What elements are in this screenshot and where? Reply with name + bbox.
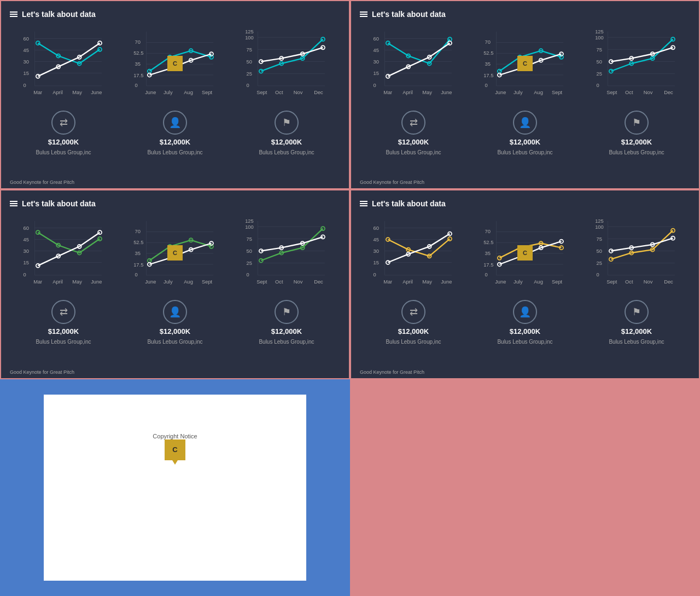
svg-text:Oct: Oct: [275, 279, 283, 285]
svg-text:0: 0: [485, 272, 488, 277]
chart-1a: 0 15 30 45 60 Mar April May June: [10, 25, 117, 102]
svg-point-155: [36, 230, 40, 234]
chart-1c: 0 25 50 75 100 125 Sept Oct Nov Dec: [233, 25, 340, 102]
svg-text:0: 0: [135, 83, 138, 88]
svg-text:0: 0: [247, 272, 249, 277]
svg-text:April: April: [52, 90, 63, 95]
card-footer-4: Good Keynote for Great Pitch: [360, 369, 424, 375]
charts-row-2: 0 15 30 45 60 Mar April May June: [360, 25, 690, 102]
metric-value-1b: $12,000K: [160, 138, 190, 146]
svg-point-15: [36, 41, 40, 45]
svg-text:Dec: Dec: [314, 279, 323, 285]
svg-text:Nov: Nov: [644, 279, 653, 285]
metric-1-flag: ⚑ $12,000K Bulus Lebus Group,inc: [233, 111, 340, 155]
svg-text:35: 35: [135, 61, 141, 67]
svg-text:April: April: [52, 279, 63, 285]
svg-text:35: 35: [485, 251, 491, 256]
svg-text:75: 75: [247, 47, 252, 53]
metric-label-2a: Bulus Lebus Group,inc: [386, 149, 441, 155]
metric-value-1a: $12,000K: [48, 138, 79, 146]
svg-text:Nov: Nov: [294, 279, 303, 285]
chart-1b: C 0 17.5 35 52.5 70 June July Aug Sept: [121, 25, 229, 102]
svg-text:June: June: [495, 279, 506, 285]
svg-text:25: 25: [597, 71, 602, 77]
dashboard-card-3: Let's talk about data 0 15 30 45 60 Mar …: [0, 189, 350, 379]
logo-center-4: C: [517, 245, 533, 261]
metrics-row-1: ⇄ $12,000K Bulus Lebus Group,inc 👤 $12,0…: [10, 111, 340, 155]
metric-label-1a: Bulus Lebus Group,inc: [36, 149, 91, 155]
svg-point-135: [671, 37, 675, 41]
share-icon-1: ⇄: [51, 111, 75, 135]
metric-3-person: 👤 $12,000K Bulus Lebus Group,inc: [121, 300, 229, 345]
metric-2-person: 👤 $12,000K Bulus Lebus Group,inc: [471, 111, 579, 155]
svg-text:0: 0: [24, 272, 26, 277]
card-title-2: Let's talk about data: [360, 10, 690, 19]
svg-text:50: 50: [247, 248, 252, 254]
svg-text:Dec: Dec: [314, 90, 323, 95]
svg-text:0: 0: [597, 83, 599, 88]
chart-2c: 0 25 50 75 100 125 Sept Oct Nov Dec: [583, 25, 690, 102]
metric-2-flag: ⚑ $12,000K Bulus Lebus Group,inc: [583, 111, 690, 155]
metric-value-3c: $12,000K: [271, 327, 302, 335]
svg-point-85: [386, 41, 390, 45]
logo-center-3: C: [167, 245, 183, 261]
svg-text:Aug: Aug: [534, 90, 543, 95]
copyright-text: Copyright Notice: [153, 433, 197, 439]
metric-label-1b: Bulus Lebus Group,inc: [147, 149, 202, 155]
svg-text:Sept: Sept: [606, 90, 617, 95]
metric-value-2c: $12,000K: [621, 138, 652, 146]
svg-text:100: 100: [595, 35, 604, 40]
metric-1-person: 👤 $12,000K Bulus Lebus Group,inc: [121, 111, 229, 155]
chart-4a: 0 15 30 45 60 Mar April May June: [360, 215, 467, 291]
svg-text:17.5: 17.5: [133, 262, 143, 268]
svg-text:April: April: [402, 279, 413, 285]
svg-text:70: 70: [135, 229, 141, 234]
person-icon-3: 👤: [163, 300, 187, 324]
svg-text:50: 50: [597, 59, 602, 65]
svg-text:35: 35: [485, 61, 491, 67]
svg-text:35: 35: [135, 251, 141, 256]
menu-icon-4[interactable]: [360, 201, 368, 206]
menu-icon-1[interactable]: [10, 11, 18, 17]
svg-text:Sept: Sept: [202, 279, 213, 285]
metric-label-4c: Bulus Lebus Group,inc: [609, 339, 664, 345]
svg-text:June: June: [441, 279, 452, 285]
menu-icon-2[interactable]: [360, 11, 368, 17]
svg-text:30: 30: [24, 248, 29, 254]
svg-text:60: 60: [24, 225, 29, 231]
svg-text:45: 45: [374, 237, 379, 242]
charts-row-3: 0 15 30 45 60 Mar April May June: [10, 215, 340, 291]
card-footer-2: Good Keynote for Great Pitch: [360, 180, 424, 185]
metric-4-share: ⇄ $12,000K Bulus Lebus Group,inc: [360, 300, 467, 345]
svg-text:May: May: [422, 279, 432, 285]
person-icon-4: 👤: [513, 300, 537, 324]
svg-text:52.5: 52.5: [483, 50, 493, 56]
svg-point-65: [321, 37, 325, 41]
svg-point-18: [98, 48, 102, 51]
flag-icon-1: ⚑: [275, 111, 299, 135]
metric-label-2c: Bulus Lebus Group,inc: [609, 149, 664, 155]
svg-text:125: 125: [595, 29, 604, 34]
paper-logo: C: [165, 439, 185, 460]
share-icon-2: ⇄: [401, 111, 425, 135]
svg-text:25: 25: [247, 71, 252, 77]
svg-text:Sept: Sept: [202, 90, 213, 95]
svg-text:100: 100: [245, 224, 254, 230]
svg-text:50: 50: [597, 248, 602, 254]
chart-4b: C 0 17.5 35 52.5 70 June July Aug Sept: [471, 215, 579, 291]
share-icon-3: ⇄: [51, 300, 75, 324]
svg-text:17.5: 17.5: [483, 262, 493, 268]
svg-text:70: 70: [485, 39, 491, 45]
flag-icon-3: ⚑: [275, 300, 299, 324]
metric-4-flag: ⚑ $12,000K Bulus Lebus Group,inc: [583, 300, 690, 345]
svg-text:15: 15: [374, 71, 379, 76]
menu-icon-3[interactable]: [10, 201, 18, 206]
card-title-1: Let's talk about data: [10, 10, 340, 19]
svg-text:Nov: Nov: [294, 90, 303, 95]
metric-3-share: ⇄ $12,000K Bulus Lebus Group,inc: [10, 300, 117, 345]
svg-text:17.5: 17.5: [133, 73, 143, 78]
svg-text:60: 60: [374, 36, 379, 42]
svg-text:30: 30: [24, 59, 29, 65]
svg-text:Sept: Sept: [256, 90, 267, 95]
dashboard-card-1: Let's talk about data 0 15 30 45 60 Mar: [0, 0, 350, 189]
